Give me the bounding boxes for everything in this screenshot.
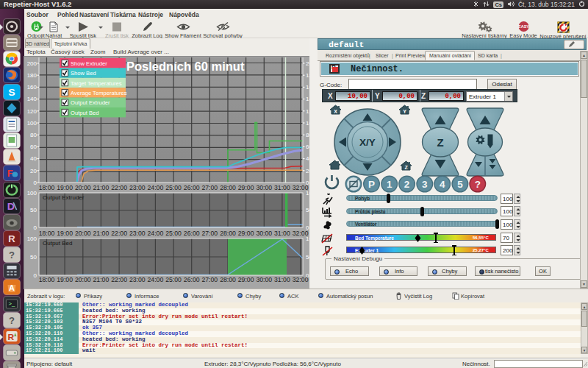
svg-text:Output Bed: Output Bed bbox=[43, 240, 72, 247]
svg-text:29:00: 29:00 bbox=[238, 230, 254, 237]
svg-text:29:00: 29:00 bbox=[238, 184, 254, 191]
svg-text:27:00: 27:00 bbox=[201, 230, 218, 237]
svg-text:0: 0 bbox=[34, 180, 37, 186]
svg-text:X/Y: X/Y bbox=[359, 137, 376, 148]
svg-text:A: A bbox=[9, 285, 15, 293]
svg-text:0: 0 bbox=[34, 224, 37, 231]
svg-text:30:00: 30:00 bbox=[256, 276, 272, 283]
svg-text:25:00: 25:00 bbox=[165, 276, 182, 283]
svg-text:24:00: 24:00 bbox=[148, 276, 164, 283]
svg-text:29:00: 29:00 bbox=[238, 276, 254, 283]
svg-text:19:00: 19:00 bbox=[57, 184, 73, 191]
svg-text:18:00: 18:00 bbox=[39, 276, 55, 283]
svg-text:20:00: 20:00 bbox=[75, 184, 91, 191]
svg-text:Posledních 60 minut: Posledních 60 minut bbox=[126, 60, 245, 73]
svg-text:21:00: 21:00 bbox=[93, 276, 110, 283]
svg-text:19:00: 19:00 bbox=[57, 276, 73, 283]
svg-text:30:00: 30:00 bbox=[256, 184, 272, 191]
svg-text:25:00: 25:00 bbox=[165, 230, 182, 237]
svg-text:S: S bbox=[8, 87, 15, 97]
svg-text:Average Temperatures: Average Temperatures bbox=[71, 90, 127, 96]
svg-text:R: R bbox=[8, 234, 15, 244]
svg-text:120: 120 bbox=[27, 108, 37, 115]
svg-text:Target Temperatures: Target Temperatures bbox=[71, 80, 122, 87]
svg-text:26:00: 26:00 bbox=[184, 276, 200, 283]
svg-text:Output Bed: Output Bed bbox=[71, 110, 98, 116]
svg-text:80: 80 bbox=[30, 132, 37, 138]
svg-text:P: P bbox=[368, 179, 375, 190]
svg-text:20: 20 bbox=[30, 168, 37, 174]
svg-text:R: R bbox=[8, 333, 15, 341]
svg-text:100: 100 bbox=[27, 236, 37, 242]
svg-text:28:00: 28:00 bbox=[220, 230, 236, 237]
svg-text:Z: Z bbox=[437, 136, 443, 149]
svg-text:160: 160 bbox=[27, 84, 37, 91]
svg-text:Z: Z bbox=[405, 165, 409, 170]
svg-text:100: 100 bbox=[27, 190, 37, 197]
svg-text:24:00: 24:00 bbox=[148, 230, 164, 237]
svg-text:X: X bbox=[334, 109, 337, 114]
svg-text:40: 40 bbox=[30, 155, 37, 162]
svg-text:31:00: 31:00 bbox=[274, 276, 290, 283]
svg-text:20:00: 20:00 bbox=[75, 230, 91, 237]
svg-text:26:00: 26:00 bbox=[184, 230, 200, 237]
svg-text:23:00: 23:00 bbox=[129, 276, 146, 283]
svg-text:31:00: 31:00 bbox=[274, 230, 290, 237]
svg-text:22:00: 22:00 bbox=[111, 230, 127, 237]
svg-text:50: 50 bbox=[30, 207, 37, 213]
svg-text:23:00: 23:00 bbox=[129, 230, 146, 237]
svg-text:?: ? bbox=[9, 251, 15, 261]
svg-text:Output Extruder: Output Extruder bbox=[43, 194, 85, 201]
svg-text:28:00: 28:00 bbox=[220, 276, 236, 283]
svg-text:24:00: 24:00 bbox=[148, 184, 164, 191]
svg-text:140: 140 bbox=[27, 96, 37, 102]
svg-text:27:00: 27:00 bbox=[201, 184, 218, 191]
svg-text:Output Extruder: Output Extruder bbox=[71, 99, 110, 106]
svg-text:21:00: 21:00 bbox=[93, 184, 110, 191]
svg-text:60: 60 bbox=[30, 144, 37, 150]
svg-text:27:00: 27:00 bbox=[201, 276, 218, 283]
svg-text:22:00: 22:00 bbox=[111, 184, 127, 191]
svg-text:200: 200 bbox=[27, 60, 37, 67]
svg-text:Show Bed: Show Bed bbox=[71, 70, 96, 77]
svg-text:2: 2 bbox=[404, 179, 410, 190]
svg-text:>_: >_ bbox=[9, 300, 16, 307]
svg-text:26:00: 26:00 bbox=[184, 184, 200, 191]
svg-text:23:00: 23:00 bbox=[129, 184, 146, 191]
svg-text:31:00: 31:00 bbox=[274, 184, 290, 191]
svg-text:32:00: 32:00 bbox=[293, 276, 309, 283]
svg-text:EASY: EASY bbox=[518, 24, 529, 29]
svg-text:30:00: 30:00 bbox=[256, 230, 272, 237]
svg-text:19:00: 19:00 bbox=[57, 230, 73, 237]
svg-text:?: ? bbox=[9, 316, 15, 325]
svg-text:21:00: 21:00 bbox=[93, 230, 110, 237]
svg-text:50: 50 bbox=[30, 254, 37, 261]
svg-text:4: 4 bbox=[440, 179, 445, 190]
svg-text:20:00: 20:00 bbox=[75, 276, 91, 283]
svg-text:28:00: 28:00 bbox=[220, 184, 236, 191]
svg-text:0: 0 bbox=[34, 272, 37, 279]
svg-text:22:00: 22:00 bbox=[111, 276, 127, 283]
svg-text:25:00: 25:00 bbox=[165, 184, 182, 191]
svg-text:5: 5 bbox=[457, 179, 463, 190]
svg-text:Show Extruder: Show Extruder bbox=[71, 60, 107, 67]
svg-text:1: 1 bbox=[387, 179, 392, 190]
svg-text:?: ? bbox=[475, 179, 481, 190]
svg-text:18:00: 18:00 bbox=[39, 230, 55, 237]
svg-text:100: 100 bbox=[27, 120, 37, 127]
svg-text:18:00: 18:00 bbox=[39, 184, 55, 191]
svg-text:3: 3 bbox=[422, 179, 428, 190]
svg-text:Y: Y bbox=[403, 109, 406, 114]
svg-text:180: 180 bbox=[27, 72, 37, 79]
